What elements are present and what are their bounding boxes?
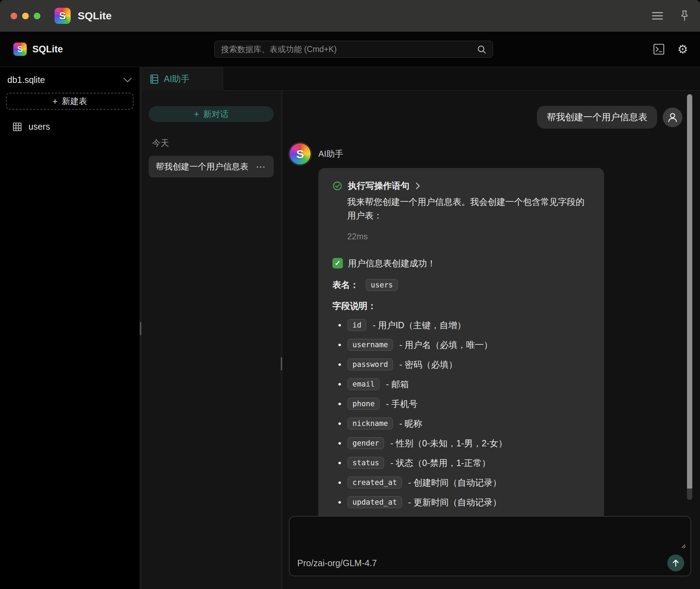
brand-title: SQLite bbox=[32, 44, 63, 55]
assistant-logo-letter: S bbox=[296, 147, 304, 161]
composer: Pro/zai-org/GLM-4.7 bbox=[289, 516, 691, 576]
resize-handle-icon[interactable] bbox=[680, 543, 686, 550]
user-message-row: 帮我创建一个用户信息表 bbox=[290, 106, 683, 129]
field-code-chip: gender bbox=[348, 437, 384, 449]
titlebar: S SQLite bbox=[0, 0, 700, 32]
conversation-menu-button[interactable]: ⋯ bbox=[256, 161, 267, 173]
brand-logo-icon: S bbox=[13, 43, 27, 56]
menu-button[interactable] bbox=[652, 11, 663, 20]
field-row: • gender - 性别（0-未知，1-男，2-女） bbox=[332, 437, 590, 449]
main-area: db1.sqlite + 新建表 users bbox=[0, 67, 700, 589]
tool-call-header[interactable]: 执行写操作语句 bbox=[332, 180, 590, 192]
hamburger-icon bbox=[652, 11, 663, 20]
panel-resize-handle[interactable] bbox=[281, 357, 282, 370]
new-chat-label: 新对话 bbox=[203, 109, 228, 120]
app-logo-letter: S bbox=[59, 10, 66, 22]
bullet-icon: • bbox=[338, 321, 341, 330]
new-table-button[interactable]: + 新建表 bbox=[6, 93, 134, 110]
terminal-button[interactable] bbox=[653, 43, 665, 55]
message-input[interactable] bbox=[296, 521, 676, 550]
pin-window-button[interactable] bbox=[680, 10, 689, 22]
field-description: - 创建时间（自动记录） bbox=[408, 477, 501, 489]
field-row: • id - 用户ID（主键，自增） bbox=[332, 319, 590, 331]
table-grid-icon bbox=[12, 122, 22, 132]
table-name-row: 表名： users bbox=[332, 279, 590, 291]
conversation-group-label: 今天 bbox=[152, 137, 274, 149]
bullet-icon: • bbox=[338, 399, 341, 408]
field-row: • updated_at - 更新时间（自动记录） bbox=[332, 496, 590, 509]
settings-button[interactable]: ⚙ bbox=[678, 43, 688, 55]
tab-ai-assistant[interactable]: AI助手 bbox=[142, 67, 223, 91]
scrollbar-thumb[interactable] bbox=[687, 94, 692, 491]
plus-icon: + bbox=[194, 109, 199, 119]
field-code-chip: phone bbox=[348, 398, 380, 410]
scrollbar-track-end bbox=[687, 488, 692, 500]
terminal-icon bbox=[653, 43, 665, 55]
field-description: - 昵称 bbox=[399, 418, 422, 430]
field-code-chip: created_at bbox=[348, 477, 402, 488]
gear-icon: ⚙ bbox=[678, 43, 688, 56]
field-list: • id - 用户ID（主键，自增） • username bbox=[332, 319, 590, 509]
field-row: • email - 邮箱 bbox=[332, 378, 590, 390]
bullet-icon: • bbox=[338, 340, 341, 349]
field-code-chip: status bbox=[348, 457, 384, 469]
field-row: • phone - 手机号 bbox=[332, 398, 590, 410]
table-name: users bbox=[28, 122, 50, 132]
sidebar-divider bbox=[140, 67, 142, 589]
check-circle-icon bbox=[332, 181, 342, 191]
table-list: users bbox=[6, 122, 134, 132]
pin-icon bbox=[680, 10, 689, 22]
assistant-message-row: S AI助手 执行写操作语句 我来帮您创建一个用户信息表。我会创建 bbox=[290, 143, 683, 562]
database-selector[interactable]: db1.sqlite bbox=[6, 75, 134, 85]
field-code-chip: password bbox=[348, 358, 393, 370]
model-selector[interactable]: Pro/zai-org/GLM-4.7 bbox=[297, 558, 667, 568]
close-window-button[interactable] bbox=[11, 13, 17, 19]
bullet-icon: • bbox=[338, 498, 341, 507]
tab-bar: AI助手 bbox=[142, 67, 700, 91]
tool-call-description: 我来帮您创建一个用户信息表。我会创建一个包含常见字段的用户表： bbox=[332, 195, 590, 222]
fields-section-label: 字段说明： bbox=[332, 300, 590, 312]
header: S SQLite ⚙ bbox=[0, 32, 700, 67]
sidebar-resize-handle[interactable] bbox=[140, 322, 141, 335]
user-avatar bbox=[663, 108, 682, 127]
window-controls bbox=[11, 13, 40, 19]
success-message-row: ✓ 用户信息表创建成功！ bbox=[332, 258, 590, 269]
conversation-panel: + 新对话 今天 帮我创建一个用户信息表 ⋯ bbox=[142, 91, 281, 589]
field-description: - 密码（必填） bbox=[399, 358, 457, 371]
table-name-label: 表名： bbox=[332, 279, 359, 291]
chevron-right-icon bbox=[415, 182, 421, 190]
conversation-list: 帮我创建一个用户信息表 ⋯ bbox=[149, 156, 274, 177]
bullet-icon: • bbox=[338, 478, 341, 487]
field-description: - 更新时间（自动记录） bbox=[408, 496, 501, 509]
arrow-up-icon bbox=[671, 558, 680, 568]
tab-bar-filler bbox=[223, 67, 700, 91]
new-chat-button[interactable]: + 新对话 bbox=[149, 106, 274, 122]
assistant-name: AI助手 bbox=[318, 148, 683, 160]
minimize-window-button[interactable] bbox=[22, 13, 29, 19]
chevron-down-icon bbox=[123, 77, 132, 83]
person-icon bbox=[667, 111, 679, 123]
tool-call-title: 执行写操作语句 bbox=[348, 180, 409, 192]
assistant-avatar: S bbox=[290, 143, 311, 164]
field-code-chip: id bbox=[348, 319, 366, 331]
field-row: • nickname - 昵称 bbox=[332, 418, 590, 430]
chat-scroll-area: 帮我创建一个用户信息表 S AI助手 bbox=[283, 91, 700, 589]
window-title: SQLite bbox=[78, 10, 112, 22]
field-row: • username - 用户名（必填，唯一） bbox=[332, 339, 590, 351]
field-code-chip: updated_at bbox=[348, 496, 402, 508]
field-row: • password - 密码（必填） bbox=[332, 358, 590, 371]
global-search[interactable] bbox=[214, 41, 493, 58]
conversation-item[interactable]: 帮我创建一个用户信息表 ⋯ bbox=[149, 156, 274, 177]
success-text: 用户信息表创建成功！ bbox=[348, 258, 436, 269]
search-input[interactable] bbox=[221, 45, 477, 54]
field-row: • status - 状态（0-禁用，1-正常） bbox=[332, 457, 590, 469]
conversation-title: 帮我创建一个用户信息表 bbox=[156, 161, 256, 172]
field-description: - 邮箱 bbox=[386, 378, 409, 390]
zoom-window-button[interactable] bbox=[34, 13, 40, 19]
field-code-chip: username bbox=[348, 339, 393, 351]
app-window: S SQLite S SQLite ⚙ db1.sqlite bbox=[0, 0, 700, 589]
sidebar-item-table[interactable]: users bbox=[6, 122, 134, 132]
chat-pane: 帮我创建一个用户信息表 S AI助手 bbox=[283, 91, 700, 589]
user-message-bubble: 帮我创建一个用户信息表 bbox=[537, 106, 657, 129]
send-button[interactable] bbox=[667, 555, 684, 571]
